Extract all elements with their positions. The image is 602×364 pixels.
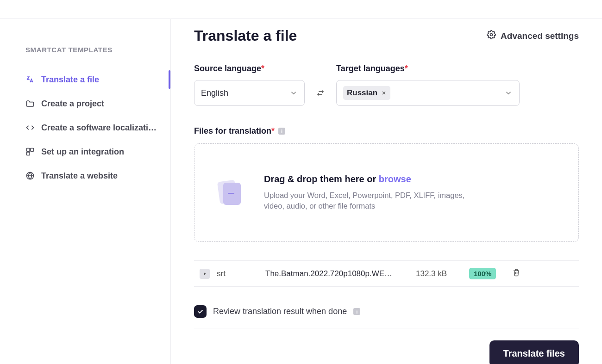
source-language-select[interactable]: English [194,80,305,106]
sidebar-item-create-project[interactable]: Create a project [25,92,170,116]
sidebar-item-label: Translate a website [41,171,118,181]
advanced-settings-label: Advanced settings [501,31,579,41]
code-icon [25,123,35,132]
top-bar [0,0,602,19]
svg-point-4 [490,34,493,36]
chevron-down-icon [504,89,513,97]
globe-icon [25,171,35,180]
swap-languages-button[interactable] [305,80,336,106]
delete-file-button[interactable] [512,268,520,279]
file-type-icon [200,269,210,279]
main-content: Translate a file Advanced settings Sourc… [171,19,602,364]
review-result-checkbox[interactable] [194,305,207,318]
info-icon[interactable]: i [353,308,360,315]
browse-link[interactable]: browse [379,174,411,184]
target-language-chip: Russian [343,86,390,100]
svg-rect-2 [27,152,30,155]
file-dropzone[interactable]: Drag & drop them here or browse Upload y… [194,143,579,242]
dropzone-subtext: Upload your Word, Excel, Powerpoint, PDF… [264,190,486,211]
translate-icon [25,75,35,84]
sidebar-item-label: Create a software localizatio… [41,123,161,133]
advanced-settings-link[interactable]: Advanced settings [487,30,579,42]
sidebar-item-software-localization[interactable]: Create a software localizatio… [25,116,170,140]
sidebar-item-translate-website[interactable]: Translate a website [25,164,170,188]
sidebar-item-label: Translate a file [41,75,99,85]
target-languages-select[interactable]: Russian [336,80,520,106]
file-name: The.Batman.2022.720p1080p.WE… [265,269,409,278]
page-title: Translate a file [194,27,297,44]
sidebar-item-label: Create a project [41,99,104,109]
sidebar-heading: SMARTCAT TEMPLATES [25,46,170,54]
file-progress-badge: 100% [469,268,496,279]
files-for-translation-label: Files for translation* i [194,126,579,136]
chevron-down-icon [289,89,298,97]
folder-icon [25,99,35,108]
svg-rect-1 [31,148,34,152]
source-language-value: English [201,88,228,98]
review-result-label: Review translation result when done [213,307,347,316]
target-languages-label: Target languages* [336,64,520,74]
translate-files-button[interactable]: Translate files [489,340,579,364]
document-illustration-icon [218,180,244,206]
sidebar-item-label: Set up an integration [41,147,124,157]
sidebar-item-integration[interactable]: Set up an integration [25,140,170,164]
file-extension: srt [217,269,258,278]
sidebar-item-translate-file[interactable]: Translate a file [25,68,170,92]
dropzone-heading: Drag & drop them here or browse [264,174,486,185]
remove-chip-icon[interactable] [381,90,387,96]
uploaded-file-row: srt The.Batman.2022.720p1080p.WE… 132.3 … [194,260,579,287]
integration-icon [25,147,35,156]
target-language-chip-label: Russian [347,88,377,98]
source-language-label: Source language* [194,64,305,74]
gear-icon [487,30,496,42]
svg-rect-0 [27,148,30,152]
sidebar: SMARTCAT TEMPLATES Translate a file Crea… [0,19,171,364]
file-size: 132.3 kB [416,269,462,278]
info-icon[interactable]: i [278,128,285,135]
